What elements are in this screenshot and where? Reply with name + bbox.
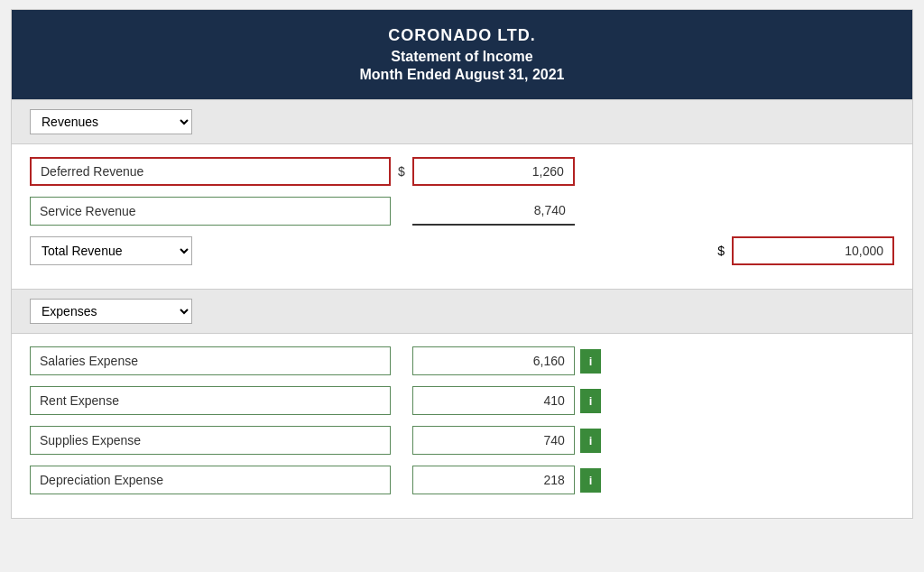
company-name: CORONADO LTD. [21,26,903,45]
depreciation-expense-value[interactable]: 218 [412,466,575,494]
rent-expense-value[interactable]: 410 [412,386,575,415]
expenses-dropdown[interactable]: Expenses [30,299,192,324]
total-revenue-value[interactable]: 10,000 [732,236,894,265]
expenses-section-header: Expenses [12,289,912,334]
rent-info-button[interactable]: i [580,389,602,413]
report-title: Statement of Income [21,49,903,65]
salaries-expense-row: Salaries Expense $ 6,160 i [30,346,894,375]
deferred-revenue-row: Deferred Revenue $ 1,260 [30,157,894,186]
rent-expense-label: Rent Expense [30,386,391,415]
report-date: Month Ended August 31, 2021 [21,67,903,83]
rent-expense-row: Rent Expense $ 410 i [30,386,894,415]
report-header: CORONADO LTD. Statement of Income Month … [12,10,912,99]
revenues-section-header: Revenues [12,99,912,144]
total-revenue-row: Total Revenue $ 10,000 [30,236,894,265]
service-revenue-value[interactable]: 8,740 [412,197,575,226]
total-dollar-sign: $ [192,244,732,258]
service-revenue-label: Service Revenue [30,197,391,226]
supplies-expense-value[interactable]: 740 [412,426,575,455]
depreciation-info-button[interactable]: i [580,468,602,493]
salaries-info-button[interactable]: i [580,349,602,374]
main-container: CORONADO LTD. Statement of Income Month … [11,9,913,519]
depreciation-expense-label: Depreciation Expense [30,466,391,494]
revenues-content: Deferred Revenue $ 1,260 Service Revenue… [12,144,912,289]
revenues-dropdown[interactable]: Revenues [30,109,192,134]
depreciation-expense-row: Depreciation Expense $ 218 i [30,466,894,494]
expenses-content: Salaries Expense $ 6,160 i Rent Expense … [12,334,912,518]
supplies-info-button[interactable]: i [580,429,602,453]
dollar-sign-1: $ [391,164,412,179]
deferred-revenue-value[interactable]: 1,260 [412,157,575,186]
deferred-revenue-label: Deferred Revenue [30,157,391,186]
service-revenue-row: Service Revenue $ 8,740 [30,197,894,226]
salaries-expense-value[interactable]: 6,160 [412,346,575,375]
total-revenue-dropdown[interactable]: Total Revenue [30,236,192,265]
supplies-expense-label: Supplies Expense [30,426,391,455]
supplies-expense-row: Supplies Expense $ 740 i [30,426,894,455]
salaries-expense-label: Salaries Expense [30,346,391,375]
